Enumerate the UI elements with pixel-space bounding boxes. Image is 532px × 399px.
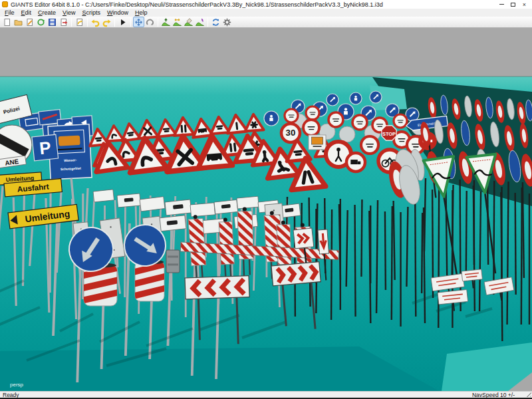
- prohibition-circle-sign[interactable]: [306, 106, 319, 120]
- blue-circle-sign[interactable]: [264, 111, 279, 126]
- minimize-button[interactable]: [496, 1, 507, 8]
- terrain-smooth-icon: [172, 17, 182, 27]
- prohibition-circle-sign[interactable]: [303, 120, 319, 136]
- additional-sign-plate[interactable]: [214, 200, 238, 213]
- save-button[interactable]: [47, 17, 58, 27]
- prohibition-circle-sign[interactable]: [346, 153, 365, 172]
- additional-sign-plate[interactable]: [237, 196, 259, 209]
- export-button[interactable]: [58, 17, 69, 27]
- equipment-box[interactable]: [166, 250, 180, 273]
- svg-text:STOP: STOP: [382, 131, 396, 137]
- sign-pole[interactable]: [466, 191, 467, 281]
- sign-pole[interactable]: [295, 208, 295, 317]
- import-button[interactable]: [24, 17, 35, 27]
- toolbar-separator: [114, 18, 115, 27]
- reload-textures-icon: [211, 17, 221, 27]
- title-bar: GIANTS Editor 64bit 8.1.0 - C:/Users/Fin…: [0, 0, 532, 9]
- sign-back[interactable]: [339, 126, 355, 142]
- toolbar: [0, 17, 532, 28]
- sign-pole[interactable]: [361, 200, 362, 277]
- menu-item-help[interactable]: Help: [132, 9, 151, 17]
- reload-textures-button[interactable]: [210, 17, 221, 27]
- revert-icon: [74, 17, 84, 27]
- status-bar: Ready NavSpeed 10 +/-: [0, 391, 532, 399]
- additional-sign-plate[interactable]: [158, 215, 186, 231]
- redo-button[interactable]: [101, 17, 112, 27]
- sign-pole[interactable]: [438, 184, 439, 328]
- stop-sign[interactable]: STOP: [382, 126, 396, 140]
- viewport-3d[interactable]: persp PolizeiANEWasser-SchutzgebietPUmle…: [0, 28, 532, 391]
- new-file-button[interactable]: [1, 17, 13, 27]
- nav-speed-indicator: NavSpeed 10 +/-: [472, 392, 515, 398]
- prohibition-circle-sign[interactable]: [361, 136, 378, 154]
- camera-label: persp: [10, 382, 23, 388]
- toolbar-separator: [71, 18, 72, 27]
- toolbar-separator: [87, 18, 88, 27]
- terrain-paint-button[interactable]: [183, 17, 194, 27]
- sign-pole[interactable]: [355, 205, 356, 317]
- undo-icon: [90, 17, 100, 27]
- open-file-icon: [13, 17, 23, 27]
- prohibition-circle-sign[interactable]: [329, 112, 343, 127]
- translate-mode-button[interactable]: [133, 17, 144, 27]
- sky: [0, 28, 532, 76]
- menu-item-file[interactable]: File: [1, 9, 18, 17]
- sign-pole[interactable]: [23, 192, 24, 286]
- reload-button[interactable]: [35, 17, 47, 27]
- revert-button[interactable]: [74, 17, 85, 27]
- sign-pole[interactable]: [487, 186, 488, 265]
- reload-icon: [36, 17, 46, 27]
- prohibition-circle-sign[interactable]: [352, 115, 367, 130]
- settings-icon: [222, 17, 232, 27]
- menu-item-edit[interactable]: Edit: [18, 9, 35, 17]
- sign-pole[interactable]: [415, 201, 416, 317]
- terrain-foliage-button[interactable]: [194, 17, 205, 27]
- sign-pole[interactable]: [493, 181, 494, 295]
- menu-item-window[interactable]: Window: [104, 9, 132, 17]
- redo-icon: [102, 17, 112, 27]
- translate-mode-icon: [134, 17, 144, 27]
- menu-bar: FileEditCreateViewScriptsWindowHelp: [0, 9, 532, 17]
- blue-circle-sign[interactable]: [370, 91, 382, 103]
- status-message: Ready: [3, 392, 19, 398]
- play-button[interactable]: [117, 17, 128, 27]
- additional-sign-plate[interactable]: [93, 190, 114, 202]
- app-icon: [2, 1, 8, 7]
- additional-sign-plate[interactable]: [117, 194, 140, 207]
- sign-pole[interactable]: [385, 211, 386, 290]
- prohibition-circle-sign[interactable]: [285, 109, 298, 122]
- settings-button[interactable]: [221, 17, 233, 27]
- sign-pole[interactable]: [422, 213, 422, 293]
- blue-circle-sign[interactable]: [350, 92, 362, 104]
- resize-grip[interactable]: [525, 392, 531, 397]
- sign-pole[interactable]: [392, 206, 392, 320]
- import-icon: [25, 17, 35, 27]
- blue-circle-sign[interactable]: [327, 94, 338, 106]
- close-button[interactable]: ×: [519, 1, 530, 8]
- open-file-button[interactable]: [13, 17, 24, 27]
- prohibition-circle-sign[interactable]: [394, 114, 407, 128]
- svg-text:Wasser-: Wasser-: [64, 158, 77, 162]
- rotate-mode-button[interactable]: [144, 17, 156, 27]
- terrain-paint-icon: [184, 17, 194, 27]
- sign-pole[interactable]: [331, 209, 332, 320]
- additional-sign-plate[interactable]: [140, 197, 165, 211]
- terrain-sculpt-button[interactable]: [160, 17, 172, 27]
- menu-item-view[interactable]: View: [59, 9, 78, 17]
- blue-square-sign[interactable]: P: [32, 134, 59, 161]
- menu-item-scripts[interactable]: Scripts: [78, 9, 104, 17]
- save-icon: [47, 17, 57, 27]
- additional-sign-plate[interactable]: [165, 200, 192, 215]
- prohibition-circle-sign[interactable]: 30: [281, 124, 300, 142]
- toolbar-separator: [130, 18, 131, 27]
- sign-pole[interactable]: [515, 193, 516, 295]
- toolbar-separator: [158, 18, 158, 27]
- additional-sign-plate[interactable]: [190, 203, 215, 217]
- maximize-button[interactable]: [507, 1, 519, 8]
- giants-editor-window: GIANTS Editor 64bit 8.1.0 - C:/Users/Fin…: [0, 0, 532, 399]
- sign-pole[interactable]: [521, 188, 522, 325]
- terrain-smooth-button[interactable]: [172, 17, 183, 27]
- hazmat-sign[interactable]: [309, 135, 326, 150]
- menu-item-create[interactable]: Create: [35, 9, 59, 17]
- undo-button[interactable]: [90, 17, 101, 27]
